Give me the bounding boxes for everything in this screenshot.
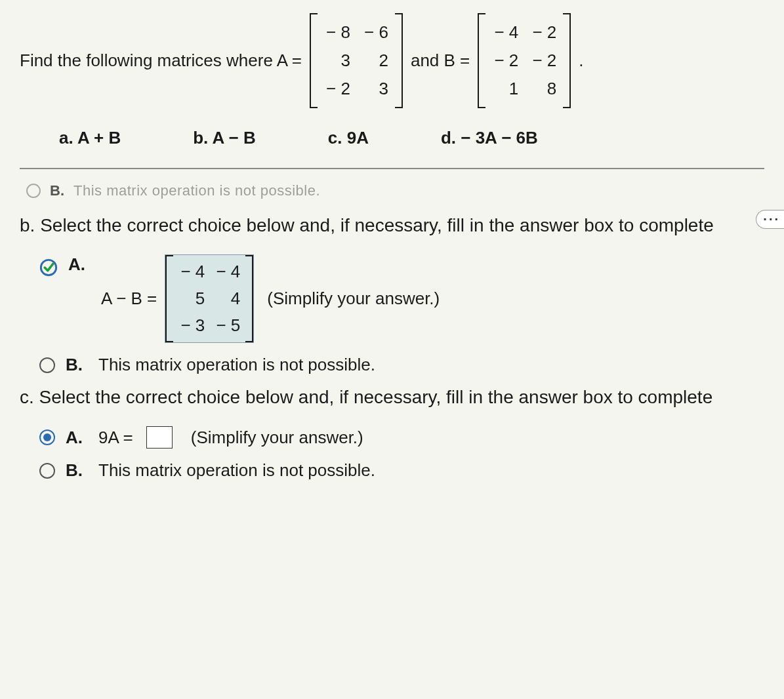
matrix-a: − 8 − 6 3 2 − 2 3 [310,13,403,108]
previous-choice-b-row: B. This matrix operation is not possible… [26,182,764,199]
answer-input[interactable] [146,426,173,449]
answer-cell: − 4 [214,262,240,282]
subpart-a: a. A + B [59,128,121,148]
part-b-choice-b[interactable]: B. This matrix operation is not possible… [39,355,764,375]
subpart-c: c. 9A [328,128,369,148]
radio-icon[interactable] [26,184,41,198]
and-text: and B = [411,50,470,71]
answer-matrix[interactable]: − 4 − 4 5 4 − 3 − 5 [165,254,254,343]
matrix-b-cell: − 2 [530,50,556,71]
part-c-prompt: c. Select the correct choice below and, … [20,387,764,408]
prev-choice-text: This matrix operation is not possible. [73,182,320,199]
matrix-b-cell: − 2 [530,22,556,43]
choice-a-label: A. [66,428,83,448]
subparts-list: a. A + B b. A − B c. 9A d. − 3A − 6B [59,128,738,148]
part-c-choice-a[interactable]: A. 9A = (Simplify your answer.) [39,426,764,449]
matrix-a-cell: 3 [324,50,350,71]
problem-statement: Find the following matrices where A = − … [20,13,764,108]
choice-b-label: B. [66,355,83,375]
bracket-right [395,13,403,108]
equation-lhs: 9A = [98,428,133,448]
bracket-left [165,255,173,342]
choice-b-text: This matrix operation is not possible. [98,355,375,375]
equation-lhs: A − B = [101,289,157,309]
matrix-a-cell: 3 [362,79,388,99]
part-b-prompt: b. Select the correct choice below and, … [20,215,764,236]
prev-choice-label: B. [50,182,64,199]
bracket-right [245,255,253,342]
matrix-a-cell: − 8 [324,22,350,43]
matrix-b: − 4 − 2 − 2 − 2 1 8 [478,13,571,108]
part-b-choice-a[interactable]: A. A − B = − 4 − 4 5 4 − 3 − 5 (Simplify… [39,254,764,343]
answer-cell: 4 [214,289,240,309]
bracket-right [563,13,571,108]
matrix-a-cell: − 6 [362,22,388,43]
simplify-hint: (Simplify your answer.) [191,428,363,448]
matrix-b-cell: 8 [530,79,556,99]
divider [20,168,764,169]
ellipsis-icon: ··· [763,212,780,226]
part-c-choice-b[interactable]: B. This matrix operation is not possible… [39,460,764,481]
matrix-b-cell: − 4 [492,22,518,43]
matrix-a-cell: 2 [362,50,388,71]
matrix-b-cell: − 2 [492,50,518,71]
choice-b-text: This matrix operation is not possible. [98,460,375,481]
radio-selected-icon[interactable] [39,429,55,445]
subpart-b: b. A − B [193,128,256,148]
choice-b-label: B. [66,460,83,481]
answer-cell: − 5 [214,315,240,336]
correct-check-icon [39,258,58,277]
intro-text: Find the following matrices where A = [20,50,302,71]
matrix-b-cell: 1 [492,79,518,99]
radio-icon[interactable] [39,357,55,373]
answer-cell: 5 [178,289,205,309]
period: . [579,50,583,71]
bracket-left [478,13,485,108]
answer-cell: − 4 [178,262,205,282]
subpart-d: d. − 3A − 6B [441,128,538,148]
radio-icon[interactable] [39,463,55,479]
matrix-a-cell: − 2 [324,79,350,99]
svg-point-0 [41,260,56,275]
bracket-left [310,13,318,108]
answer-cell: − 3 [178,315,205,336]
choice-a-label: A. [68,254,85,274]
simplify-hint: (Simplify your answer.) [267,289,440,309]
more-options-button[interactable]: ··· [756,210,784,229]
